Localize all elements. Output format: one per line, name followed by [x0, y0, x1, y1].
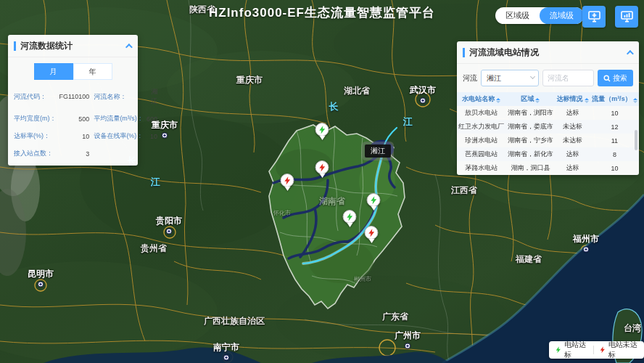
stat-label: 达标率(%)： — [14, 131, 57, 141]
chart-screen-button[interactable] — [615, 6, 638, 28]
lightning-icon — [368, 229, 375, 237]
lightning-icon — [346, 213, 353, 221]
station-marker[interactable] — [365, 226, 379, 243]
sort-icon[interactable] — [535, 98, 540, 103]
table-cell: 未达标 — [555, 134, 590, 147]
column-label: 流量（m³/s） — [592, 95, 632, 102]
level-toggle: 区域级 流域级 — [495, 7, 584, 24]
table-row[interactable]: 茅路水电站湖南，洞口县达标10 — [457, 161, 639, 175]
stat-label: 平均流量(m³/s)： — [94, 114, 144, 123]
stat-label: 设备在线率(%)： — [94, 131, 144, 141]
station-panel: 河流流域电站情况 河流 湘江 搜索 水电站名称区域达标情况流量（m³/s） 敖贝… — [457, 41, 639, 175]
toggle-region-level[interactable]: 区域级 — [495, 7, 540, 24]
river-name-input[interactable] — [542, 70, 594, 86]
river-select-value: 湘江 — [487, 74, 501, 82]
table-cell: 湖南省，新化市 — [506, 147, 556, 161]
column-header[interactable]: 达标情况 — [555, 92, 590, 106]
table-row[interactable]: 敖贝水电站湖南省，浏阳市达标10 — [457, 106, 639, 120]
period-tabs: 月 年 — [8, 63, 138, 80]
stats-fields: 河流代码：FG110100河流名称：湘江平均宽度(m)：500平均流量(m³/s… — [8, 84, 138, 166]
station-marker[interactable] — [343, 210, 357, 227]
chevron-down-icon — [530, 74, 535, 79]
legend-divider — [593, 346, 594, 354]
stat-value: FG110100 — [59, 93, 91, 100]
river-filter-label: 河流 — [463, 73, 477, 83]
table-cell: 珍洲水电站 — [457, 134, 506, 147]
search-button-label: 搜索 — [613, 73, 627, 83]
table-row[interactable]: 红卫水力发电厂湖南省，娄底市未达标12 — [457, 120, 639, 134]
lightning-icon — [370, 196, 377, 205]
table-cell: 达标 — [555, 161, 590, 175]
sort-icon[interactable] — [496, 98, 500, 103]
table-cell: 12 — [590, 120, 639, 134]
stat-value: 10 — [146, 133, 159, 140]
table-cell: 11 — [590, 134, 639, 147]
screen-expand-button[interactable] — [582, 6, 606, 28]
monitor-expand-icon — [588, 11, 600, 23]
table-cell: 10 — [590, 106, 639, 120]
stat-value: 湘江 — [146, 87, 159, 106]
lightning-icon — [318, 163, 326, 172]
collapse-icon[interactable] — [627, 50, 634, 57]
sort-icon[interactable] — [633, 98, 637, 103]
stat-value: 3 — [59, 150, 91, 158]
station-marker[interactable] — [315, 123, 329, 140]
station-marker[interactable] — [367, 193, 381, 211]
lightning-icon — [556, 346, 561, 354]
table-cell: 8 — [590, 147, 639, 161]
table-cell: 敖贝水电站 — [457, 106, 506, 120]
app-window: 陕西省重庆市重庆市湖北省武汉市贵阳市贵州省昆明市广西壮族自治区南宁市广东省广州市… — [0, 0, 644, 363]
river-stats-panel: 河流数据统计 月 年 河流代码：FG110100河流名称：湘江平均宽度(m)：5… — [8, 35, 138, 166]
table-cell: 湖南省，宁乡市 — [506, 134, 556, 147]
stat-value: 600 — [146, 115, 159, 123]
stat-label: 接入站点数： — [14, 149, 57, 158]
lightning-icon — [318, 126, 326, 134]
legend-item: 电站未达标 — [600, 340, 637, 360]
stat-label: 河流名称： — [94, 92, 144, 102]
table-cell: 红卫水力发电厂 — [457, 120, 506, 134]
stat-value: 10 — [59, 133, 91, 140]
legend-item: 电站达标 — [556, 340, 587, 360]
table-row[interactable]: 芭蕉园电站湖南省，新化市达标8 — [457, 147, 639, 161]
legend-label: 电站未达标 — [608, 340, 637, 360]
river-select[interactable]: 湘江 — [481, 70, 539, 86]
search-icon — [603, 75, 611, 82]
tab-month[interactable]: 月 — [34, 63, 73, 80]
table-cell: 湖南省，娄底市 — [506, 120, 556, 134]
sort-icon[interactable] — [585, 98, 589, 103]
search-button[interactable]: 搜索 — [598, 70, 633, 86]
monitor-chart-icon — [621, 11, 633, 23]
lightning-icon — [600, 346, 606, 354]
stat-label: 平均宽度(m)： — [14, 114, 57, 123]
lightning-icon — [284, 176, 291, 185]
table-cell: 湖南省，浏阳市 — [506, 106, 556, 120]
tab-year[interactable]: 年 — [73, 63, 112, 80]
table-cell: 茅路水电站 — [457, 161, 506, 175]
legend-label: 电站达标 — [564, 340, 587, 360]
table-cell: 达标 — [555, 147, 590, 161]
column-header[interactable]: 区域 — [506, 92, 556, 106]
table-cell: 达标 — [555, 106, 590, 120]
column-label: 达标情况 — [557, 95, 583, 102]
station-panel-title: 河流流域电站情况 — [469, 46, 627, 59]
station-marker[interactable] — [315, 160, 329, 178]
column-label: 水电站名称 — [462, 95, 495, 102]
stat-label: 河流代码： — [14, 92, 57, 102]
table-cell: 未达标 — [555, 120, 590, 134]
table-scrollbar[interactable] — [635, 130, 637, 150]
column-label: 区域 — [521, 95, 534, 102]
column-header[interactable]: 流量（m³/s） — [590, 92, 639, 106]
toggle-basin-level[interactable]: 流域级 — [540, 7, 584, 24]
table-row[interactable]: 珍洲水电站湖南省，宁乡市未达标11 — [457, 134, 639, 147]
column-header[interactable]: 水电站名称 — [457, 92, 506, 106]
table-cell: 湖南，洞口县 — [506, 161, 556, 175]
station-table: 水电站名称区域达标情况流量（m³/s） 敖贝水电站湖南省，浏阳市达标10红卫水力… — [457, 92, 639, 175]
collapse-icon[interactable] — [125, 44, 133, 51]
station-marker[interactable] — [281, 174, 294, 191]
table-cell: 10 — [590, 161, 639, 175]
accent-bar — [14, 41, 16, 51]
table-cell: 芭蕉园电站 — [457, 147, 506, 161]
stat-value: 500 — [59, 115, 91, 123]
map-legend: 电站达标电站未达标 — [549, 341, 644, 359]
accent-bar — [463, 48, 465, 57]
